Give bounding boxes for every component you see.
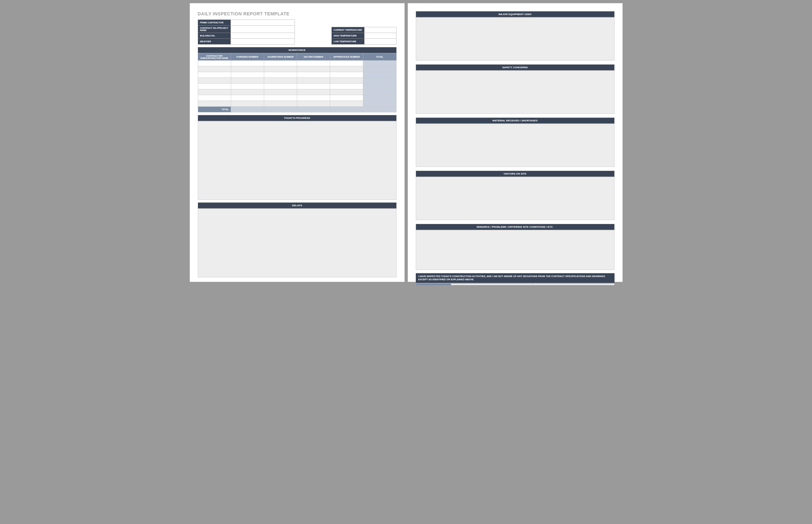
material-header: MATERIAL RECEIVED / SHORTAGES — [416, 117, 615, 124]
col-helper: HELPER NUMBER — [297, 53, 330, 61]
superintendant-name-field[interactable] — [451, 283, 533, 285]
document-title: DAILY INSPECTION REPORT TEMPLATE — [198, 11, 397, 16]
label-current-temp: CURRENT TEMPERATURE — [332, 27, 364, 33]
delays-field[interactable] — [198, 209, 397, 277]
table-total-row: TOTAL — [198, 107, 396, 112]
workforce-table: CONTRACTOR/ SUBCONTRACTOR NAME FOREMAN N… — [198, 53, 397, 112]
visitors-field[interactable] — [416, 177, 615, 220]
col-journeyman: JOURNEYMAN NUMBER — [264, 53, 297, 61]
label-high-temp: HIGH TEMPERATURE — [332, 33, 364, 39]
total-label: TOTAL — [198, 107, 231, 112]
material-field[interactable] — [416, 124, 615, 167]
equipment-field[interactable] — [416, 17, 615, 61]
table-row — [198, 95, 396, 101]
remarks-header: REMARKS / PROBLEMS / DIFFERING SITE COND… — [416, 224, 615, 230]
delays-header: DELAYS — [198, 202, 397, 209]
signature-field[interactable]: SIGNATURE — [533, 283, 615, 285]
label-low-temp: LOW TEMPERATURE — [332, 39, 364, 45]
top-info-block: PRIME CONTRACTOR CONTRACT NO./PROJECT NA… — [198, 19, 397, 45]
progress-header: TODAY'S PROGRESS — [198, 115, 397, 121]
col-total: TOTAL — [363, 53, 396, 61]
field-prime-contractor[interactable] — [230, 20, 294, 26]
table-row — [198, 61, 396, 66]
label-prime-contractor: PRIME CONTRACTOR — [198, 20, 230, 26]
table-row — [198, 84, 396, 89]
info-table-right: CURRENT TEMPERATURE HIGH TEMPERATURE LOW… — [332, 27, 397, 45]
field-high-temp[interactable] — [364, 33, 396, 39]
equipment-header: MAJOR EQUIPMENT USED — [416, 11, 615, 17]
signature-row: SITE SUPERINTENDANT SIGNATURE — [416, 283, 615, 285]
table-row — [198, 89, 396, 95]
table-row — [198, 101, 396, 107]
table-row — [198, 78, 396, 84]
label-building-no: BUILDING NO. — [198, 33, 230, 39]
info-table-left: PRIME CONTRACTOR CONTRACT NO./PROJECT NA… — [198, 19, 295, 45]
page-1: DAILY INSPECTION REPORT TEMPLATE PRIME C… — [190, 3, 404, 282]
field-current-temp[interactable] — [364, 27, 396, 33]
col-contractor: CONTRACTOR/ SUBCONTRACTOR NAME — [198, 53, 231, 61]
label-weather: WEATHER — [198, 39, 230, 45]
remarks-field[interactable] — [416, 230, 615, 270]
table-row — [198, 72, 396, 78]
col-apprentice: APPRENTIUCE NUMBER — [330, 53, 363, 61]
signature-label: SITE SUPERINTENDANT — [416, 283, 451, 285]
safety-header: SAFETY CONCERNS — [416, 64, 615, 70]
field-weather[interactable] — [230, 39, 294, 45]
label-contract-no: CONTRACT NO./PROJECT NAME — [198, 26, 230, 33]
field-building-no[interactable] — [230, 33, 294, 39]
progress-field[interactable] — [198, 121, 397, 200]
table-row — [198, 66, 396, 72]
certification-statement: I HAVE INSPECTED TODAY'S CONSTRUCTION AC… — [416, 273, 615, 283]
field-contract-no[interactable] — [230, 26, 294, 33]
field-low-temp[interactable] — [364, 39, 396, 45]
col-foreman: FOREMAN NUMBER — [231, 53, 264, 61]
visitors-header: VISITORS ON SITE — [416, 171, 615, 177]
safety-field[interactable] — [416, 70, 615, 114]
page-2: MAJOR EQUIPMENT USED SAFETY CONCERNS MAT… — [408, 3, 623, 282]
workforce-header: WORKFORCE — [198, 47, 397, 53]
